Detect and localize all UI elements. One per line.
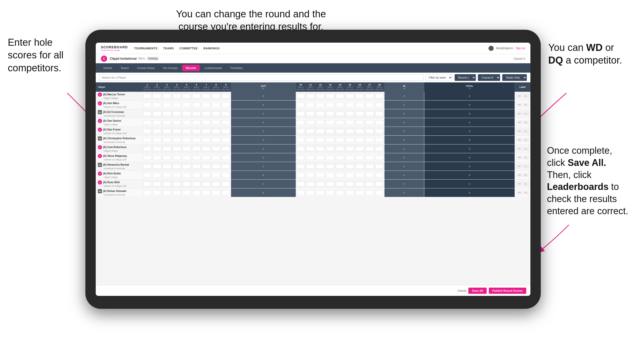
score-input-14[interactable] xyxy=(336,111,344,116)
score-input-17[interactable] xyxy=(365,120,374,125)
score-input-9[interactable] xyxy=(222,129,230,134)
score-input-1[interactable] xyxy=(143,147,151,151)
score-input-6[interactable] xyxy=(192,129,201,134)
score-input-15[interactable] xyxy=(346,103,354,107)
score-input-7[interactable] xyxy=(202,94,210,98)
score-input-17[interactable] xyxy=(365,138,374,142)
score-input-5[interactable] xyxy=(182,120,191,125)
score-input-9[interactable] xyxy=(222,147,230,151)
score-input-1[interactable] xyxy=(143,111,151,116)
score-input-11[interactable] xyxy=(306,129,315,134)
score-input-15[interactable] xyxy=(346,120,354,125)
score-input-2[interactable] xyxy=(153,190,161,195)
score-input-6[interactable] xyxy=(192,111,201,116)
score-input-13[interactable] xyxy=(326,111,334,116)
dq-button[interactable]: DQ xyxy=(523,121,529,124)
dq-button[interactable]: DQ xyxy=(523,94,529,98)
score-input-7[interactable] xyxy=(202,173,210,178)
score-input-7[interactable] xyxy=(202,182,210,186)
score-input-12[interactable] xyxy=(316,120,324,125)
score-input-5[interactable] xyxy=(182,190,191,195)
score-input-9[interactable] xyxy=(222,111,230,116)
score-input-16[interactable] xyxy=(356,190,364,195)
score-input-17[interactable] xyxy=(365,111,374,116)
score-input-4[interactable] xyxy=(173,120,181,125)
score-input-6[interactable] xyxy=(192,147,201,151)
score-input-10[interactable] xyxy=(297,111,305,116)
score-input-2[interactable] xyxy=(153,94,161,98)
score-input-2[interactable] xyxy=(153,182,161,186)
wd-button[interactable]: WD xyxy=(516,121,522,124)
dq-button[interactable]: DQ xyxy=(523,147,529,150)
score-input-13[interactable] xyxy=(326,164,334,169)
score-input-17[interactable] xyxy=(365,155,374,160)
score-input-1[interactable] xyxy=(143,155,151,160)
score-input-15[interactable] xyxy=(346,94,354,98)
score-input-5[interactable] xyxy=(182,111,191,116)
score-input-14[interactable] xyxy=(336,182,344,186)
score-input-11[interactable] xyxy=(306,147,315,151)
score-input-18[interactable] xyxy=(375,173,383,178)
score-input-11[interactable] xyxy=(306,103,315,107)
score-input-10[interactable] xyxy=(297,190,305,195)
score-input-7[interactable] xyxy=(202,129,210,134)
score-input-12[interactable] xyxy=(316,103,324,107)
score-input-9[interactable] xyxy=(222,164,230,169)
score-input-11[interactable] xyxy=(306,138,315,142)
score-input-15[interactable] xyxy=(346,190,354,195)
score-input-1[interactable] xyxy=(143,173,151,178)
score-input-14[interactable] xyxy=(336,147,344,151)
score-input-14[interactable] xyxy=(336,190,344,195)
score-input-7[interactable] xyxy=(202,111,210,116)
score-input-14[interactable] xyxy=(336,94,344,98)
nav-rankings[interactable]: RANKINGS xyxy=(203,47,220,50)
score-input-7[interactable] xyxy=(202,138,210,142)
nav-tournaments[interactable]: TOURNAMENTS xyxy=(134,47,158,50)
score-input-11[interactable] xyxy=(306,111,315,116)
score-input-6[interactable] xyxy=(192,94,201,98)
score-input-2[interactable] xyxy=(153,138,161,142)
score-input-4[interactable] xyxy=(173,129,181,134)
score-input-6[interactable] xyxy=(192,182,201,186)
score-input-9[interactable] xyxy=(222,173,230,178)
score-input-11[interactable] xyxy=(306,120,315,125)
score-input-18[interactable] xyxy=(375,190,383,195)
course-select[interactable]: Course A Course B xyxy=(478,74,500,81)
score-input-11[interactable] xyxy=(306,164,315,169)
score-input-3[interactable] xyxy=(163,164,171,169)
score-input-3[interactable] xyxy=(163,173,171,178)
score-input-4[interactable] xyxy=(173,111,181,116)
score-input-13[interactable] xyxy=(326,173,334,178)
dq-button[interactable]: DQ xyxy=(523,129,529,133)
tab-printables[interactable]: Printables xyxy=(227,65,247,71)
score-input-12[interactable] xyxy=(316,190,324,195)
score-input-10[interactable] xyxy=(297,138,305,142)
score-input-16[interactable] xyxy=(356,147,364,151)
score-input-17[interactable] xyxy=(365,190,374,195)
score-input-3[interactable] xyxy=(163,138,171,142)
score-input-15[interactable] xyxy=(346,147,354,151)
score-input-4[interactable] xyxy=(173,138,181,142)
score-input-17[interactable] xyxy=(365,173,374,178)
score-input-8[interactable] xyxy=(212,147,220,151)
score-input-13[interactable] xyxy=(326,182,334,186)
score-input-17[interactable] xyxy=(365,164,374,169)
score-input-18[interactable] xyxy=(375,111,383,116)
score-input-18[interactable] xyxy=(375,164,383,169)
score-input-14[interactable] xyxy=(336,103,344,107)
score-input-13[interactable] xyxy=(326,147,334,151)
score-input-12[interactable] xyxy=(316,129,324,134)
score-input-6[interactable] xyxy=(192,173,201,178)
score-input-6[interactable] xyxy=(192,164,201,169)
score-input-6[interactable] xyxy=(192,155,201,160)
save-all-button[interactable]: Save All xyxy=(468,288,486,294)
score-input-7[interactable] xyxy=(202,164,210,169)
score-input-13[interactable] xyxy=(326,103,334,107)
score-input-18[interactable] xyxy=(375,120,383,125)
score-input-2[interactable] xyxy=(153,147,161,151)
score-input-7[interactable] xyxy=(202,103,210,107)
score-input-14[interactable] xyxy=(336,120,344,125)
score-input-15[interactable] xyxy=(346,155,354,160)
dq-button[interactable]: DQ xyxy=(523,112,529,115)
score-input-11[interactable] xyxy=(306,155,315,160)
